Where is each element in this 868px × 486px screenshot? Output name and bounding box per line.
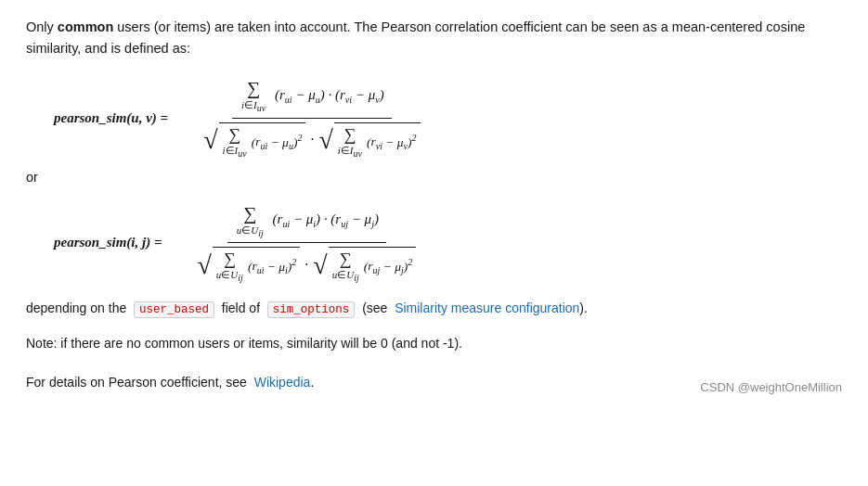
bottom-line: For details on Pearson coefficient, see … — [26, 359, 842, 394]
formula2-numerator: ∑ u∈Uij (rui − μi) · (ruj − μj) — [227, 201, 386, 243]
watermark-text: CSDN @weightOneMillion — [700, 380, 842, 394]
formula1-fraction: ∑ i∈Iuv (rui − μu) · (rvi − μv) √ ∑ i∈Iu… — [196, 76, 427, 160]
formula1-block: pearson_sim(u, v) = ∑ i∈Iuv (rui − μu) ·… — [26, 76, 842, 160]
formula1-label: pearson_sim(u, v) = — [54, 110, 168, 126]
details-text-end: . — [310, 375, 314, 390]
formula1-numerator: ∑ i∈Iuv (rui − μu) · (rvi − μv) — [232, 76, 392, 118]
sim-options-code: sim_options — [267, 301, 356, 318]
wikipedia-link[interactable]: Wikipedia — [254, 375, 311, 390]
field-text: field of — [222, 301, 260, 315]
depending-paragraph: depending on the user_based field of sim… — [26, 298, 842, 320]
formula2-block: pearson_sim(i, j) = ∑ u∈Uij (rui − μi) ·… — [26, 201, 842, 285]
details-text-start: For details on Pearson coefficient, see — [26, 375, 247, 390]
details-paragraph: For details on Pearson coefficient, see … — [26, 372, 314, 394]
see-text: (see — [362, 301, 387, 315]
similarity-config-link[interactable]: Similarity measure configuration — [395, 301, 579, 315]
intro-paragraph: Only common users (or items) are taken i… — [26, 17, 842, 59]
close-paren: ). — [579, 301, 588, 315]
depending-text: depending on the — [26, 301, 126, 315]
formula2-denominator: √ ∑ u∈Uij (rui − μi)2 · √ ∑ u∈Uij — [189, 243, 423, 285]
note-paragraph: Note: if there are no common users or it… — [26, 333, 842, 355]
user-based-code: user_based — [134, 301, 214, 318]
bold-common: common — [58, 19, 113, 34]
formula2-label: pearson_sim(i, j) = — [54, 235, 162, 250]
formula1-denominator: √ ∑ i∈Iuv (rui − μu)2 · √ ∑ i∈Iuv — [196, 119, 427, 160]
or-text: or — [26, 170, 842, 185]
formula2-fraction: ∑ u∈Uij (rui − μi) · (ruj − μj) √ ∑ u∈Ui… — [189, 201, 423, 285]
